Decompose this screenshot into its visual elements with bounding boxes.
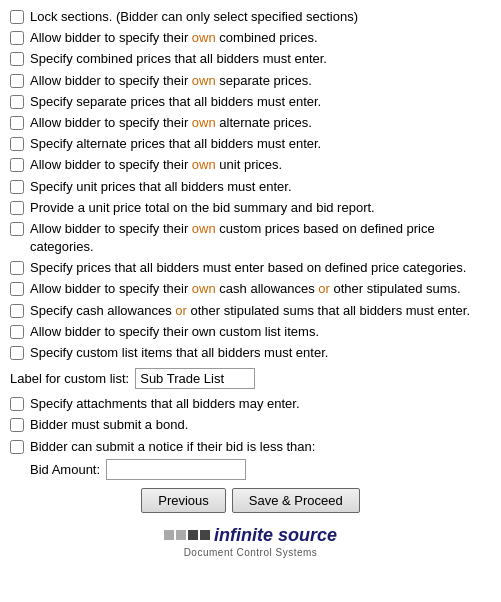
checkbox-row-9: Specify unit prices that all bidders mus… — [10, 178, 491, 196]
checkbox-lock-sections[interactable] — [10, 10, 24, 24]
checkbox-row-1: Lock sections. (Bidder can only select s… — [10, 8, 491, 26]
checkbox-unit-total[interactable] — [10, 201, 24, 215]
save-proceed-button[interactable]: Save & Proceed — [232, 488, 360, 513]
label-unit-total: Provide a unit price total on the bid su… — [30, 199, 375, 217]
checkbox-row-11: Allow bidder to specify their own custom… — [10, 220, 491, 256]
label-own-combined: Allow bidder to specify their own combin… — [30, 29, 318, 47]
checkbox-row-3: Specify combined prices that all bidders… — [10, 50, 491, 68]
checkbox-own-custom-prices[interactable] — [10, 222, 24, 236]
label-own-alternate: Allow bidder to specify their own altern… — [30, 114, 312, 132]
checkbox-all-separate[interactable] — [10, 95, 24, 109]
previous-button[interactable]: Previous — [141, 488, 226, 513]
checkbox-row-4: Allow bidder to specify their own separa… — [10, 72, 491, 90]
logo-sq-3 — [188, 530, 198, 540]
checkbox-row-19: Bidder can submit a notice if their bid … — [10, 438, 491, 456]
checkbox-all-cash-allowances[interactable] — [10, 304, 24, 318]
checkbox-row-13: Allow bidder to specify their own cash a… — [10, 280, 491, 298]
custom-list-label: Label for custom list: — [10, 371, 129, 386]
footer: infinite source Document Control Systems — [10, 525, 491, 558]
orange-own-6: own — [192, 281, 216, 296]
logo-sq-1 — [164, 530, 174, 540]
checkbox-bond[interactable] — [10, 418, 24, 432]
logo-squares — [164, 530, 210, 540]
checkbox-own-cash-allowances[interactable] — [10, 282, 24, 296]
checkbox-all-combined[interactable] — [10, 52, 24, 66]
checkbox-notice-less-than[interactable] — [10, 440, 24, 454]
checkbox-all-unit[interactable] — [10, 180, 24, 194]
custom-list-input[interactable] — [135, 368, 255, 389]
orange-own: own — [192, 30, 216, 45]
checkbox-row-15: Allow bidder to specify their own custom… — [10, 323, 491, 341]
logo-sq-2 — [176, 530, 186, 540]
checkbox-row-18: Bidder must submit a bond. — [10, 416, 491, 434]
checkbox-row-6: Allow bidder to specify their own altern… — [10, 114, 491, 132]
checkbox-all-custom-list[interactable] — [10, 346, 24, 360]
label-own-unit: Allow bidder to specify their own unit p… — [30, 156, 282, 174]
orange-own-4: own — [192, 157, 216, 172]
main-container: Lock sections. (Bidder can only select s… — [0, 0, 501, 568]
bid-amount-label: Bid Amount: — [30, 462, 100, 477]
label-attachments: Specify attachments that all bidders may… — [30, 395, 300, 413]
orange-or-1: or — [318, 281, 330, 296]
logo-sq-4 — [200, 530, 210, 540]
label-all-alternate: Specify alternate prices that all bidder… — [30, 135, 321, 153]
label-all-cash-allowances: Specify cash allowances or other stipula… — [30, 302, 470, 320]
label-all-defined-prices: Specify prices that all bidders must ent… — [30, 259, 466, 277]
checkbox-own-combined[interactable] — [10, 31, 24, 45]
orange-or-2: or — [175, 303, 187, 318]
checkbox-attachments[interactable] — [10, 397, 24, 411]
checkbox-all-defined-prices[interactable] — [10, 261, 24, 275]
label-bond: Bidder must submit a bond. — [30, 416, 188, 434]
checkbox-own-separate[interactable] — [10, 74, 24, 88]
checkbox-row-17: Specify attachments that all bidders may… — [10, 395, 491, 413]
checkbox-row-16: Specify custom list items that all bidde… — [10, 344, 491, 362]
checkbox-row-14: Specify cash allowances or other stipula… — [10, 302, 491, 320]
label-all-unit: Specify unit prices that all bidders mus… — [30, 178, 292, 196]
label-all-custom-list: Specify custom list items that all bidde… — [30, 344, 328, 362]
orange-own-5: own — [192, 221, 216, 236]
custom-list-row: Label for custom list: — [10, 368, 491, 389]
checkbox-own-custom-list[interactable] — [10, 325, 24, 339]
checkbox-row-12: Specify prices that all bidders must ent… — [10, 259, 491, 277]
checkbox-row-10: Provide a unit price total on the bid su… — [10, 199, 491, 217]
checkbox-row-8: Allow bidder to specify their own unit p… — [10, 156, 491, 174]
checkbox-row-5: Specify separate prices that all bidders… — [10, 93, 491, 111]
label-own-custom-prices: Allow bidder to specify their own custom… — [30, 220, 491, 256]
footer-sub-text: Document Control Systems — [184, 547, 318, 558]
label-all-combined: Specify combined prices that all bidders… — [30, 50, 327, 68]
footer-logo: infinite source — [164, 525, 337, 546]
label-own-custom-list: Allow bidder to specify their own custom… — [30, 323, 319, 341]
checkbox-own-alternate[interactable] — [10, 116, 24, 130]
orange-own-3: own — [192, 115, 216, 130]
checkbox-all-alternate[interactable] — [10, 137, 24, 151]
button-row: Previous Save & Proceed — [10, 488, 491, 513]
checkbox-own-unit[interactable] — [10, 158, 24, 172]
checkbox-row-2: Allow bidder to specify their own combin… — [10, 29, 491, 47]
label-own-separate: Allow bidder to specify their own separa… — [30, 72, 312, 90]
checkbox-row-7: Specify alternate prices that all bidder… — [10, 135, 491, 153]
label-all-separate: Specify separate prices that all bidders… — [30, 93, 321, 111]
bid-amount-row: Bid Amount: — [30, 459, 491, 480]
label-lock-sections: Lock sections. (Bidder can only select s… — [30, 8, 358, 26]
logo-text: infinite source — [214, 525, 337, 546]
label-notice-less-than: Bidder can submit a notice if their bid … — [30, 438, 315, 456]
orange-own-2: own — [192, 73, 216, 88]
label-own-cash-allowances: Allow bidder to specify their own cash a… — [30, 280, 461, 298]
bid-amount-input[interactable] — [106, 459, 246, 480]
